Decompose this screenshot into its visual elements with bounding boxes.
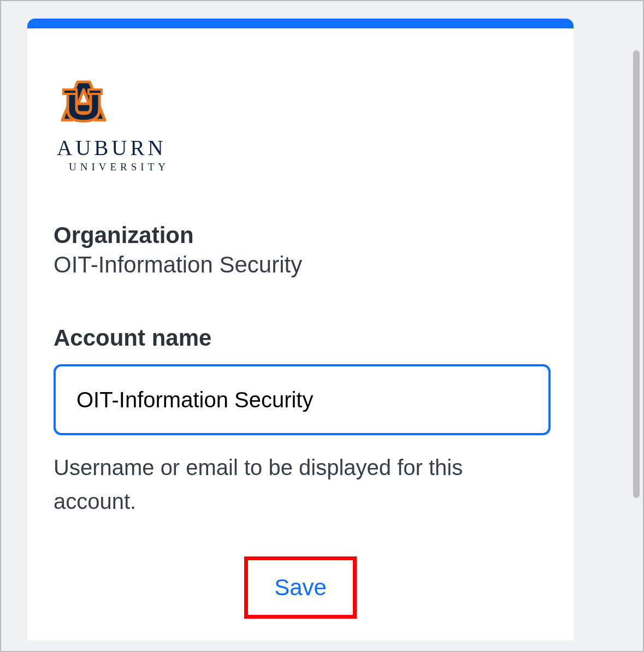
organization-logo: AUBURN UNIVERSITY bbox=[57, 78, 547, 173]
account-card: AUBURN UNIVERSITY Organization OIT-Infor… bbox=[27, 19, 574, 641]
actions-row: Save bbox=[54, 556, 547, 619]
card-content: AUBURN UNIVERSITY Organization OIT-Infor… bbox=[27, 28, 574, 641]
app-frame: AUBURN UNIVERSITY Organization OIT-Infor… bbox=[0, 0, 644, 652]
auburn-au-icon bbox=[57, 78, 110, 126]
logo-text-sub: UNIVERSITY bbox=[69, 161, 547, 173]
account-name-help-text: Username or email to be displayed for th… bbox=[54, 451, 534, 518]
logo-text-main: AUBURN bbox=[57, 135, 547, 160]
organization-label: Organization bbox=[54, 222, 547, 248]
account-name-section: Account name Username or email to be dis… bbox=[54, 325, 547, 518]
organization-section: Organization OIT-Information Security bbox=[54, 222, 547, 278]
organization-value: OIT-Information Security bbox=[54, 252, 547, 278]
account-name-input[interactable] bbox=[54, 364, 551, 435]
scrollbar[interactable] bbox=[633, 50, 640, 498]
account-name-label: Account name bbox=[54, 325, 547, 351]
svg-rect-0 bbox=[63, 90, 76, 94]
save-button[interactable]: Save bbox=[244, 556, 357, 619]
card-accent-bar bbox=[27, 19, 574, 28]
svg-rect-1 bbox=[88, 90, 102, 94]
